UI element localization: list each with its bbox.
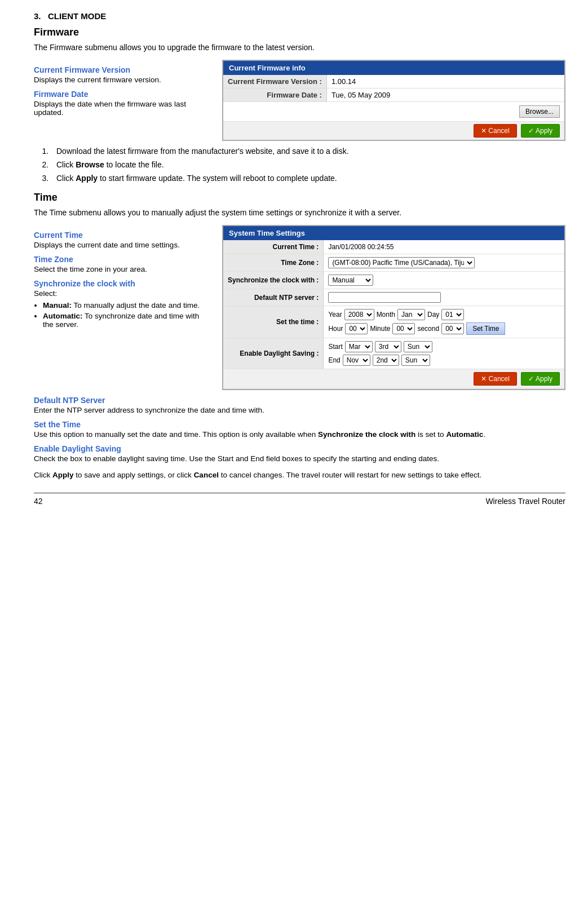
- firmware-action-row: Cancel Apply: [223, 122, 564, 140]
- fw-version-value: 1.00.14: [326, 75, 564, 89]
- time-section-title: Time: [34, 192, 565, 204]
- set-time-heading: Set the Time: [34, 420, 565, 429]
- set-time-cell: Year 2008 Month JanFebMarAprMayJunJulAug…: [324, 306, 564, 338]
- firmware-desc-block-0: Current Firmware Version Displays the cu…: [34, 65, 209, 84]
- day-label: Day: [427, 311, 439, 319]
- chapter-number: 3.: [34, 11, 41, 21]
- sync-clock-cell[interactable]: Manual Automatic: [324, 272, 564, 289]
- dst-end-month-select[interactable]: NovJanFebMarAprMayJunJulAugSepOctDec: [343, 355, 370, 366]
- table-row: Synchronize the clock with : Manual Auto…: [223, 272, 564, 289]
- minute-select[interactable]: 00: [392, 323, 415, 334]
- fw-date-label: Firmware Date :: [223, 89, 326, 102]
- list-item: Download the latest firmware from the ma…: [51, 147, 565, 156]
- table-row: Enable Daylight Saving : Start MarJanFeb…: [223, 338, 564, 369]
- time-settings-table: Current Time : Jan/01/2008 00:24:55 Time…: [223, 240, 564, 389]
- time-info-box: System Time Settings Current Time : Jan/…: [222, 225, 565, 390]
- end-label: End: [328, 356, 340, 364]
- firmware-info-table: Current Firmware Version : 1.00.14 Firmw…: [223, 75, 564, 140]
- dst-end-row: End NovJanFebMarAprMayJunJulAugSepOctDec…: [328, 355, 560, 366]
- firmware-info-box: Current Firmware info Current Firmware V…: [222, 60, 565, 141]
- dst-start-day-select[interactable]: SunMonTueWedThuFriSat: [404, 341, 432, 352]
- timezone-label: Time Zone :: [223, 254, 324, 272]
- ntp-server-input[interactable]: [328, 292, 441, 303]
- firmware-section-title: Firmware: [34, 26, 565, 38]
- table-row: Time Zone : (GMT-08:00) Pacific Time (US…: [223, 254, 564, 272]
- time-action-row: Cancel Apply: [223, 369, 564, 389]
- month-label: Month: [377, 311, 395, 319]
- set-time-row: Year 2008 Month JanFebMarAprMayJunJulAug…: [328, 309, 560, 320]
- dst-end-day-select[interactable]: SunMonTueWedThuFriSat: [401, 355, 430, 366]
- hour-select[interactable]: 00: [345, 323, 368, 334]
- time-apply-button[interactable]: Apply: [521, 372, 560, 386]
- list-item: Click Apply to start firmware update. Th…: [51, 174, 565, 183]
- firmware-box-title: Current Firmware info: [223, 61, 564, 75]
- table-row: Current Firmware Version : 1.00.14: [223, 75, 564, 89]
- time-info-box-col: System Time Settings Current Time : Jan/…: [222, 225, 565, 390]
- firmware-heading-1: Firmware Date: [34, 90, 209, 99]
- chapter-heading: 3. CLIENT MODE: [34, 11, 565, 21]
- current-time-label: Current Time :: [223, 240, 324, 254]
- browse-button[interactable]: Browse...: [519, 105, 560, 118]
- current-time-heading: Current Time: [34, 231, 209, 240]
- timezone-select[interactable]: (GMT-08:00) Pacific Time (US/Canada), Ti…: [328, 257, 475, 268]
- default-ntp-block: Default NTP Server Enter the NTP server …: [34, 396, 565, 414]
- year-label: Year: [328, 311, 342, 319]
- dst-start-row: Start MarJanFebAprMayJunJulAugSepOctNovD…: [328, 341, 560, 352]
- set-time-desc: Use this option to manually set the date…: [34, 430, 565, 439]
- firmware-desc-block-1: Firmware Date Displays the date when the…: [34, 90, 209, 117]
- set-time-label: Set the time :: [223, 306, 324, 338]
- firmware-info-box-col: Current Firmware info Current Firmware V…: [222, 60, 565, 141]
- ntp-server-label: Default NTP server :: [223, 289, 324, 306]
- hour-label: Hour: [328, 325, 343, 333]
- start-label: Start: [328, 343, 342, 351]
- table-row: Firmware Date : Tue, 05 May 2009: [223, 89, 564, 102]
- set-time-block: Set the Time Use this option to manually…: [34, 420, 565, 439]
- timezone-heading: Time Zone: [34, 255, 209, 264]
- firmware-heading-0: Current Firmware Version: [34, 65, 209, 74]
- footer-page-number: 42: [34, 497, 43, 506]
- month-select[interactable]: JanFebMarAprMayJunJulAugSepOctNovDec: [397, 309, 425, 320]
- fw-version-label: Current Firmware Version :: [223, 75, 326, 89]
- enable-dst-heading: Enable Daylight Saving: [34, 444, 565, 453]
- enable-dst-label: Enable Daylight Saving :: [223, 338, 324, 369]
- firmware-apply-button[interactable]: Apply: [521, 124, 560, 138]
- day-select[interactable]: 01: [441, 309, 464, 320]
- firmware-desc-1: Displays the date when the firmware was …: [34, 100, 209, 117]
- table-row: Default NTP server :: [223, 289, 564, 306]
- sync-clock-label: Synchronize the clock with :: [223, 272, 324, 289]
- sync-heading: Synchronize the clock with: [34, 279, 209, 288]
- current-time-desc: Displays the current date and time setti…: [34, 241, 209, 249]
- time-left-col: Current Time Displays the current date a…: [34, 225, 209, 390]
- list-item: Manual: To manually adjust the date and …: [43, 301, 209, 309]
- list-item: Automatic: To synchronize date and time …: [43, 312, 209, 329]
- sync-clock-select[interactable]: Manual Automatic: [328, 275, 373, 286]
- firmware-intro: The Firmware submenu allows you to upgra…: [34, 43, 565, 52]
- dst-start-month-select[interactable]: MarJanFebAprMayJunJulAugSepOctNovDec: [345, 341, 373, 352]
- time-intro: The Time submenu allows you to manually …: [34, 208, 565, 217]
- second-label: second: [417, 325, 439, 333]
- table-row: Set the time : Year 2008 Month JanFebMar…: [223, 306, 564, 338]
- time-cancel-button[interactable]: Cancel: [474, 372, 517, 386]
- final-note: Click Apply to save and apply settings, …: [34, 471, 565, 479]
- dst-start-week-select[interactable]: 3rd1st2nd4th: [375, 341, 401, 352]
- set-time-button[interactable]: Set Time: [466, 322, 505, 335]
- firmware-two-col: Current Firmware Version Displays the cu…: [34, 60, 565, 141]
- ntp-server-cell[interactable]: [324, 289, 564, 306]
- firmware-steps-list: Download the latest firmware from the ma…: [51, 147, 565, 183]
- enable-dst-block: Enable Daylight Saving Check the box to …: [34, 444, 565, 463]
- sync-bullets: Manual: To manually adjust the date and …: [43, 301, 209, 329]
- second-select[interactable]: 00: [441, 323, 464, 334]
- current-time-value: Jan/01/2008 00:24:55: [324, 240, 564, 254]
- timezone-select-cell[interactable]: (GMT-08:00) Pacific Time (US/Canada), Ti…: [324, 254, 564, 272]
- chapter-title: CLIENT MODE: [48, 11, 106, 21]
- time-two-col: Current Time Displays the current date a…: [34, 225, 565, 390]
- dst-end-week-select[interactable]: 2nd1st3rd4th: [373, 355, 399, 366]
- fw-date-value: Tue, 05 May 2009: [326, 89, 564, 102]
- table-row: Current Time : Jan/01/2008 00:24:55: [223, 240, 564, 254]
- default-ntp-desc: Enter the NTP server address to synchron…: [34, 406, 565, 414]
- browse-row: Browse...: [223, 102, 564, 122]
- time-box-title: System Time Settings: [223, 226, 564, 240]
- time-desc-block-current: Current Time Displays the current date a…: [34, 231, 209, 249]
- year-select[interactable]: 2008: [344, 309, 374, 320]
- firmware-cancel-button[interactable]: Cancel: [474, 124, 517, 138]
